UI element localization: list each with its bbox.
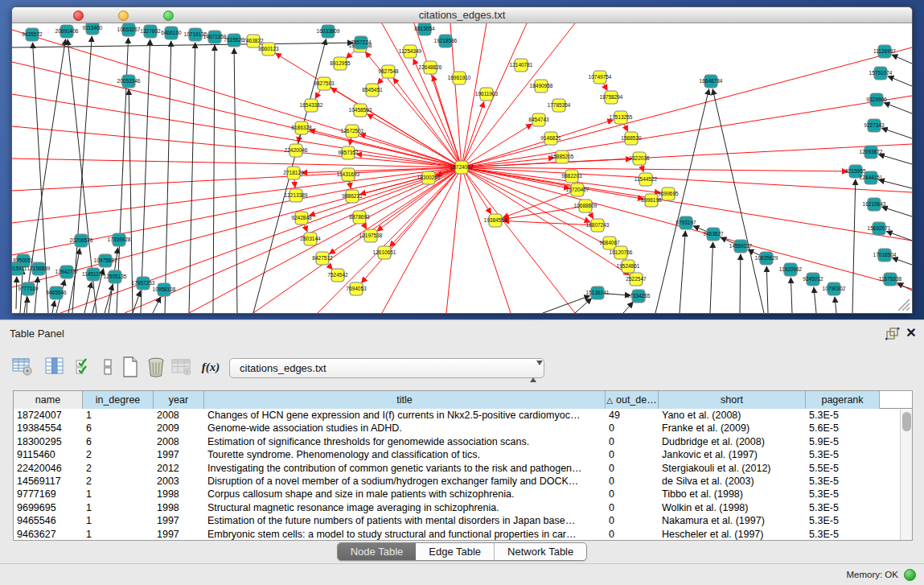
graph-node[interactable]: 18758294 (600, 91, 623, 104)
graph-node[interactable]: 12610651 (373, 246, 396, 259)
column-header-out_de[interactable]: △out_de… (606, 391, 659, 409)
graph-node[interactable]: 19611903 (475, 88, 499, 101)
graph-node[interactable]: 11920962 (779, 263, 803, 276)
graph-node[interactable]: 16543382 (300, 99, 323, 112)
function-builder-icon[interactable]: f(x) (199, 356, 222, 378)
table-selector-dropdown[interactable]: citations_edges.txt (229, 358, 544, 378)
graph-node[interactable]: 15136141 (586, 286, 610, 299)
graph-node[interactable]: 9886231 (342, 190, 363, 203)
graph-node[interactable]: 9227343 (864, 119, 885, 132)
graph-node[interactable]: 10749754 (589, 71, 612, 84)
graph-node[interactable]: 9435572 (22, 28, 43, 41)
network-window[interactable]: citations_edges.txt 18724007182260588912… (11, 6, 913, 314)
table-row[interactable]: 911546021997Tourette syndrome. Phenomeno… (14, 448, 912, 461)
graph-node[interactable]: 17957253 (132, 277, 155, 290)
graph-node[interactable]: 12213389 (285, 189, 308, 202)
graph-node[interactable]: 20691406 (55, 25, 79, 38)
graph-node[interactable]: 9465546 (46, 286, 67, 299)
graph-node[interactable]: 7694053 (346, 282, 367, 295)
table-row[interactable]: 1456911722003Disruption of a novel membe… (14, 475, 912, 488)
graph-node[interactable]: 1327602 (140, 25, 161, 38)
graph-node[interactable]: 15751074 (869, 67, 893, 80)
graph-node[interactable]: 18490958 (530, 80, 553, 93)
graph-node[interactable]: 16648784 (700, 75, 723, 88)
graph-node[interactable]: 10835629 (755, 252, 778, 265)
graph-node[interactable]: 9115460 (83, 23, 103, 35)
graph-node[interactable]: 12093872 (860, 146, 883, 159)
column-header-name[interactable]: name (14, 391, 83, 409)
vertical-scrollbar[interactable] (900, 410, 912, 540)
graph-node[interactable]: 10653267 (117, 23, 141, 36)
graph-node[interactable]: 9146821 (540, 132, 561, 145)
graph-node[interactable]: 1588520 (621, 132, 642, 145)
graph-node[interactable]: 2803144 (300, 233, 321, 245)
graph-node[interactable]: 22420046 (285, 144, 308, 157)
scrollbar-thumb[interactable] (902, 412, 911, 431)
column-header-in_degree[interactable]: in_degree (83, 391, 154, 409)
column-header-title[interactable]: title (204, 391, 606, 409)
graph-node[interactable]: 9827548 (378, 65, 399, 78)
graph-node[interactable]: 10958108 (153, 283, 176, 296)
graph-node[interactable]: 9322036 (629, 152, 650, 165)
graph-node[interactable]: 10688809 (574, 200, 598, 212)
graph-node[interactable]: 19384554 (484, 214, 507, 227)
graph-node[interactable]: 11451194 (82, 268, 105, 281)
network-canvas[interactable]: 1872400718226058891295598275031654338281… (12, 23, 912, 313)
column-chooser-icon[interactable] (43, 356, 66, 378)
graph-node[interactable]: 22648826 (419, 61, 442, 74)
graph-node[interactable]: 16033809 (317, 25, 340, 38)
graph-node[interactable]: 6466160 (161, 27, 182, 39)
graph-node[interactable]: 15692071 (868, 222, 891, 235)
graph-node[interactable]: 2718120 (283, 167, 304, 179)
tab-network-table[interactable]: Network Table (494, 543, 586, 560)
new-document-icon[interactable] (119, 356, 142, 378)
graph-node[interactable]: 17334265 (627, 290, 651, 303)
graph-node[interactable]: 16961910 (448, 72, 471, 84)
graph-node[interactable]: 11544522 (634, 173, 658, 186)
graph-node[interactable]: 20053346 (117, 75, 141, 88)
graph-node[interactable]: 17785354 (548, 99, 571, 112)
graph-node[interactable]: 8186328 (291, 122, 312, 134)
graph-node[interactable]: 9329966 (866, 93, 887, 106)
table-row[interactable]: 1830029562008Estimation of significance … (14, 435, 912, 448)
tab-edge-table[interactable]: Edge Table (416, 543, 494, 560)
graph-node[interactable]: 10197538 (359, 229, 383, 242)
graph-node[interactable]: 11254349 (399, 45, 422, 58)
graph-node[interactable]: 7524542 (327, 269, 348, 282)
graph-node[interactable]: 17016504 (873, 249, 897, 262)
tab-node-table[interactable]: Node Table (338, 543, 417, 560)
table-row[interactable]: 969969511998Structural magnetic resonanc… (14, 501, 912, 514)
table-options-icon[interactable] (11, 356, 34, 378)
graph-node[interactable]: 9245012 (803, 273, 823, 286)
column-header-pagerank[interactable]: pagerank (806, 391, 880, 409)
window-resize-grip[interactable] (898, 299, 910, 311)
graph-node[interactable]: 10975887 (94, 254, 117, 267)
graph-node[interactable]: 18807243 (586, 219, 610, 232)
table-row[interactable]: 1872400712008Changes of HCN gene express… (14, 409, 912, 422)
table-row[interactable]: 946362711997Embryonic stem cells: a mode… (14, 528, 912, 541)
graph-node[interactable]: 17513255 (610, 111, 633, 124)
graph-node[interactable]: 10790302 (823, 282, 846, 295)
close-panel-button[interactable]: ✕ (904, 325, 918, 341)
graph-node[interactable]: 16210643 (863, 198, 886, 211)
graph-node[interactable]: 12672501 (341, 125, 364, 138)
network-window-titlebar[interactable]: citations_edges.txt (12, 7, 912, 23)
graph-node[interactable]: 15720407 (566, 183, 589, 196)
row-selector-icon[interactable] (97, 356, 119, 378)
table-row[interactable]: 2242004622012Investigating the contribut… (14, 462, 912, 475)
column-header-short[interactable]: short (659, 391, 806, 409)
trash-icon[interactable] (145, 356, 167, 378)
graph-node[interactable]: 8912955 (330, 57, 351, 70)
graph-node[interactable]: 19524861 (617, 260, 640, 273)
graph-node[interactable]: 12505135 (104, 270, 127, 283)
graph-node[interactable]: 8793197 (676, 216, 696, 229)
graph-node[interactable]: 17359928 (108, 233, 131, 246)
table-row[interactable]: 977716911998Corpus callosum shape and si… (14, 488, 912, 501)
graph-node[interactable]: 8878693 (349, 211, 370, 224)
table-row[interactable]: 1938455462009Genome-wide association stu… (14, 422, 912, 435)
graph-node[interactable]: 11126997 (873, 45, 896, 58)
float-panel-button[interactable] (885, 327, 901, 341)
graph-node[interactable]: 19218586 (434, 35, 458, 47)
graph-node[interactable]: 14569117 (729, 240, 753, 253)
graph-node[interactable]: 9463627 (703, 228, 724, 241)
